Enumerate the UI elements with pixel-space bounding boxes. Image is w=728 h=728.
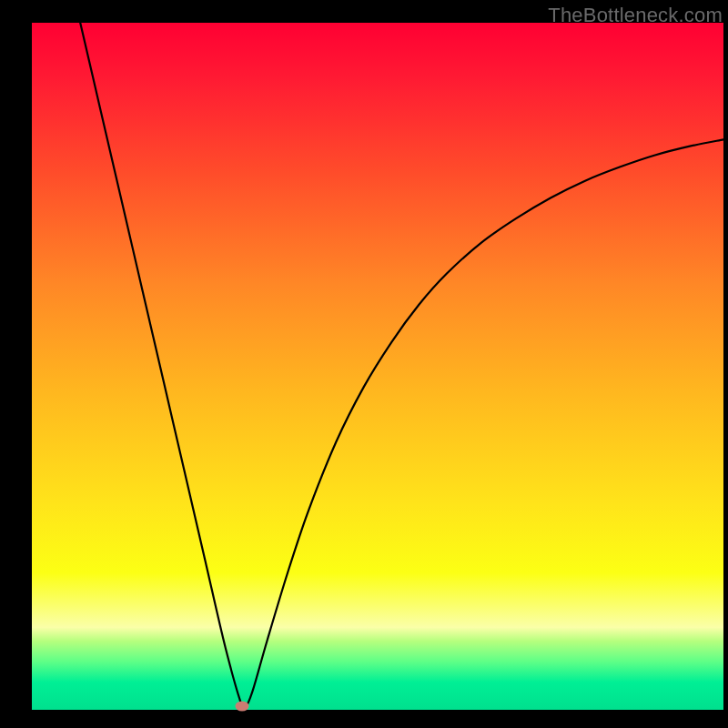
plot-area: [32, 23, 723, 710]
bottleneck-curve: [32, 23, 723, 710]
chart-frame: TheBottleneck.com: [0, 0, 728, 728]
watermark-text: TheBottleneck.com: [548, 4, 723, 27]
optimal-point-marker: [236, 702, 249, 712]
